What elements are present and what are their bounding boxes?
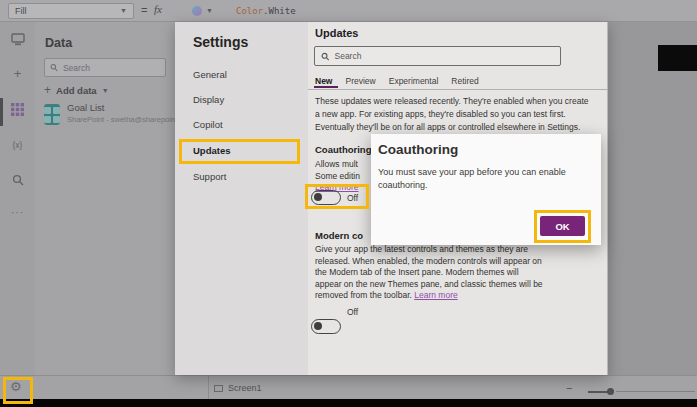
modern-desc-line: appear on the new Themes pane, and class…: [315, 279, 591, 291]
data-search-box[interactable]: [44, 58, 166, 77]
intro-line: Eventually they'll be on for all apps or…: [315, 121, 591, 134]
gear-icon[interactable]: ⚙: [10, 379, 22, 394]
updates-search-input[interactable]: [334, 51, 554, 61]
modern-toggle-label: Off: [347, 307, 358, 317]
tabs-divider: [308, 89, 608, 90]
settings-nav-support[interactable]: Support: [193, 171, 226, 182]
property-selector-value: Fill: [15, 4, 27, 18]
add-data-label: Add data: [56, 85, 97, 96]
modern-controls-desc: Give your app the latest controls and th…: [315, 244, 591, 302]
tab-new[interactable]: New: [315, 76, 332, 86]
search-icon[interactable]: [0, 174, 35, 186]
app-root: Fill ▼ = fx ▼ Color.White + {x} ··· Data…: [0, 0, 697, 407]
modern-desc-line: the Modern tab of the Insert pane. Moder…: [315, 267, 591, 279]
modern-desc-text: removed from the toolbar.: [315, 290, 414, 300]
intro-line: a new app. For existing apps, they're di…: [315, 108, 591, 121]
ok-button[interactable]: OK: [540, 216, 585, 236]
variables-icon[interactable]: {x}: [0, 140, 35, 150]
data-panel-title: Data: [45, 36, 72, 50]
toggle-knob: [314, 322, 322, 330]
screen-label: Screen1: [228, 383, 262, 393]
search-icon: [321, 52, 329, 61]
tab-experimental[interactable]: Experimental: [389, 76, 439, 86]
zoom-slider-track[interactable]: [616, 391, 695, 392]
modern-desc-line: Give your app the latest controls and th…: [315, 244, 591, 256]
settings-nav-general[interactable]: General: [193, 69, 227, 80]
fx-icon: fx: [154, 3, 162, 15]
updates-title: Updates: [315, 27, 358, 39]
bottom-black-strip: [0, 399, 697, 407]
modal-body: You must save your app before you can en…: [378, 166, 578, 192]
chevron-down-icon[interactable]: ▼: [206, 7, 213, 14]
equals-sign: =: [141, 4, 147, 16]
add-data-button[interactable]: + Add data ▼: [44, 83, 109, 97]
coauthoring-heading: Coauthoring: [315, 144, 371, 155]
zoom-slider-fill: [588, 391, 608, 393]
updates-search-box[interactable]: [314, 46, 561, 66]
settings-title: Settings: [193, 34, 248, 50]
screen-icon: [214, 385, 223, 392]
settings-nav-display[interactable]: Display: [193, 94, 224, 105]
formula-function: Color: [236, 6, 263, 16]
data-search-input[interactable]: [63, 63, 160, 73]
toggle-knob: [314, 193, 322, 201]
modern-controls-heading: Modern co: [315, 230, 363, 241]
modern-desc-line: released. When enabled, the modern contr…: [315, 256, 591, 268]
status-bar: [0, 375, 697, 399]
chevron-down-icon: ▼: [102, 87, 109, 94]
copilot-icon[interactable]: [192, 6, 202, 16]
coauthoring-toggle-label: Off: [347, 193, 358, 203]
modern-learn-more-link[interactable]: Learn more: [414, 290, 457, 300]
intro-line: These updates were released recently. Th…: [315, 95, 591, 108]
tree-view-icon[interactable]: [0, 33, 35, 46]
formula-input[interactable]: Color.White: [236, 6, 296, 16]
status-bar-divider: [208, 375, 209, 399]
updates-tabs: New Preview Experimental Retired: [315, 76, 479, 86]
data-icon[interactable]: [0, 103, 35, 116]
search-icon: [50, 63, 58, 72]
chevron-down-icon: ▼: [120, 4, 127, 18]
screen-breadcrumb[interactable]: Screen1: [214, 383, 262, 393]
settings-nav-copilot[interactable]: Copilot: [193, 119, 223, 130]
sharepoint-icon: [44, 104, 60, 125]
data-source-row[interactable]: Goal List SharePoint - swetha@sharepoint…: [44, 102, 170, 132]
insert-icon[interactable]: +: [0, 66, 35, 81]
modern-controls-toggle[interactable]: [311, 319, 341, 334]
plus-icon: +: [44, 83, 51, 97]
active-tab-underline: [314, 86, 338, 88]
more-icon[interactable]: ···: [0, 207, 35, 218]
modal-title: Coauthoring: [378, 142, 458, 157]
property-selector[interactable]: Fill ▼: [8, 3, 134, 19]
settings-nav-updates[interactable]: Updates: [193, 145, 230, 156]
zoom-out-button[interactable]: −: [566, 382, 572, 394]
modern-desc-line: removed from the toolbar. Learn more: [315, 290, 591, 302]
blackout-box: [658, 45, 697, 71]
tab-preview[interactable]: Preview: [345, 76, 375, 86]
zoom-slider-thumb[interactable]: [607, 388, 614, 395]
updates-intro: These updates were released recently. Th…: [315, 95, 591, 134]
coauthoring-toggle[interactable]: [311, 190, 341, 205]
formula-property: .White: [263, 6, 296, 16]
tab-retired[interactable]: Retired: [451, 76, 478, 86]
